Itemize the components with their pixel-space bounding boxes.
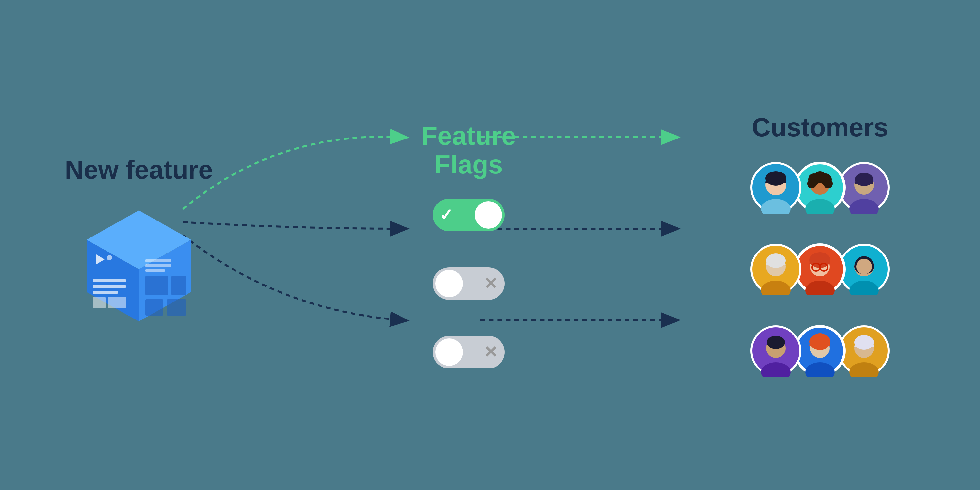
toggle-knob-2: [436, 270, 463, 297]
avatar-7: [750, 325, 802, 377]
svg-rect-13: [108, 297, 126, 309]
toggle-off-1[interactable]: ✕: [433, 267, 505, 300]
avatar-groups: [750, 161, 890, 377]
avatar-group-2: [750, 243, 890, 295]
svg-point-53: [856, 259, 872, 274]
svg-rect-12: [93, 297, 105, 309]
svg-point-57: [767, 336, 785, 349]
right-column: Customers: [709, 113, 931, 377]
avatar-1: [750, 161, 802, 214]
left-column: New feature: [49, 156, 229, 334]
avatar-4: [750, 243, 802, 295]
toggle-knob-1: [475, 201, 502, 229]
avatar-group-3: [750, 325, 890, 377]
svg-rect-18: [145, 299, 163, 315]
avatar-group-1: [750, 161, 890, 214]
svg-point-15: [107, 255, 112, 260]
x-icon-1: ✕: [484, 274, 498, 293]
svg-rect-19: [167, 299, 186, 315]
toggle-knob-3: [436, 339, 463, 366]
svg-rect-21: [145, 264, 172, 267]
customers-title: Customers: [752, 113, 888, 142]
svg-rect-20: [145, 259, 172, 262]
svg-rect-10: [93, 285, 126, 288]
middle-column: Feature Flags ✓ ✕ ✕: [387, 121, 550, 369]
toggles-container: ✓ ✕ ✕: [433, 199, 505, 369]
svg-point-62: [813, 333, 826, 342]
canvas: New feature: [0, 0, 980, 490]
main-layout: New feature: [49, 33, 931, 457]
x-icon-2: ✕: [484, 343, 498, 362]
svg-rect-9: [93, 279, 126, 282]
feature-cube: [70, 197, 207, 334]
checkmark-icon: ✓: [439, 205, 453, 224]
cube-svg: [70, 197, 207, 334]
feature-flags-title: Feature Flags: [387, 121, 550, 179]
svg-point-34: [824, 179, 833, 188]
svg-rect-17: [172, 276, 186, 295]
svg-rect-16: [145, 276, 168, 295]
svg-point-33: [807, 179, 816, 188]
toggle-on-1[interactable]: ✓: [433, 199, 505, 231]
svg-rect-11: [93, 291, 118, 294]
new-feature-title: New feature: [65, 156, 213, 184]
toggle-off-2[interactable]: ✕: [433, 336, 505, 369]
svg-rect-22: [145, 269, 165, 272]
